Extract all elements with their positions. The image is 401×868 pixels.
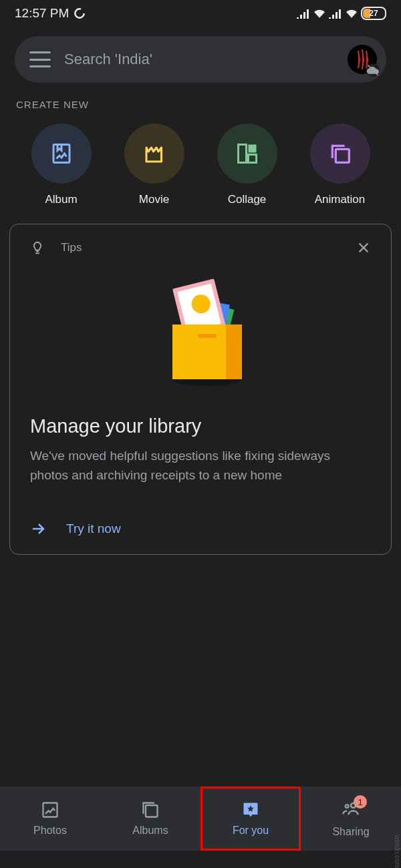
create-new-label: CREATE NEW (16, 99, 401, 110)
collage-icon (235, 142, 259, 166)
tips-card: Tips Manage your library We've moved hel… (9, 224, 392, 555)
tips-tag: Tips (61, 241, 82, 254)
collage-circle (217, 124, 277, 184)
for-you-icon (241, 801, 260, 819)
lightbulb-icon (30, 240, 45, 255)
sync-off-badge (366, 63, 380, 77)
nav-albums-label: Albums (132, 825, 168, 837)
wifi-icon (313, 8, 326, 19)
status-right: 27 (297, 7, 386, 20)
movie-label: Movie (139, 193, 169, 206)
tips-card-header: Tips (30, 240, 371, 255)
albums-icon (141, 801, 160, 819)
album-label: Album (45, 193, 77, 206)
arrow-right-icon (30, 521, 46, 537)
album-icon (49, 142, 74, 166)
svg-rect-4 (248, 155, 256, 163)
create-animation[interactable]: Animation (310, 124, 370, 206)
movie-circle (124, 124, 184, 184)
movie-icon (142, 142, 166, 166)
collage-label: Collage (228, 193, 267, 206)
sharing-badge: 1 (354, 795, 367, 809)
loading-spinner-icon (73, 7, 86, 20)
svg-rect-16 (146, 805, 158, 817)
nav-albums[interactable]: Albums (100, 787, 200, 851)
svg-point-18 (346, 805, 349, 808)
nav-photos-label: Photos (33, 825, 67, 837)
search-placeholder: Search 'India' (64, 51, 334, 68)
svg-rect-13 (226, 324, 242, 379)
nav-sharing-iconwrap: 1 (342, 799, 360, 821)
status-bar: 12:57 PM 27 (0, 0, 401, 27)
create-collage[interactable]: Collage (217, 124, 277, 206)
signal-icon (297, 8, 310, 19)
bottom-nav: Photos Albums For you 1 Sharing (0, 787, 401, 851)
create-album[interactable]: Album (31, 124, 92, 206)
status-time: 12:57 PM (15, 6, 69, 21)
menu-icon[interactable] (29, 51, 51, 67)
card-description: We've moved helpful suggestions like fix… (30, 447, 371, 485)
animation-label: Animation (315, 193, 366, 206)
search-bar[interactable]: Search 'India' (15, 36, 386, 83)
svg-rect-3 (248, 145, 256, 153)
nav-for-you-label: For you (233, 825, 269, 837)
animation-circle (310, 124, 370, 184)
nav-photos[interactable]: Photos (0, 787, 100, 851)
library-bag-icon (140, 275, 261, 389)
battery-indicator: 27 (361, 7, 386, 20)
card-illustration (30, 275, 371, 389)
svg-point-0 (76, 9, 84, 17)
card-cta[interactable]: Try it now (30, 521, 371, 537)
card-title: Manage your library (30, 415, 371, 437)
status-left: 12:57 PM (15, 6, 86, 21)
battery-percent: 27 (369, 9, 378, 18)
album-circle (31, 124, 92, 184)
animation-icon (327, 140, 354, 167)
svg-rect-2 (238, 145, 246, 163)
signal-icon (329, 8, 342, 19)
card-cta-label: Try it now (66, 521, 121, 536)
nav-for-you[interactable]: For you (200, 787, 301, 851)
photos-icon (41, 801, 59, 819)
wifi-icon (345, 8, 358, 19)
account-avatar[interactable] (348, 45, 377, 74)
nav-sharing[interactable]: 1 Sharing (301, 787, 401, 851)
svg-rect-14 (198, 334, 217, 338)
close-icon[interactable] (356, 240, 371, 255)
cloud-off-icon (366, 60, 380, 80)
create-movie[interactable]: Movie (124, 124, 184, 206)
nav-sharing-label: Sharing (332, 826, 369, 838)
create-new-row: Album Movie Collage Animation (15, 124, 386, 206)
svg-rect-5 (336, 149, 349, 162)
watermark: wsxdn.com (394, 835, 401, 868)
